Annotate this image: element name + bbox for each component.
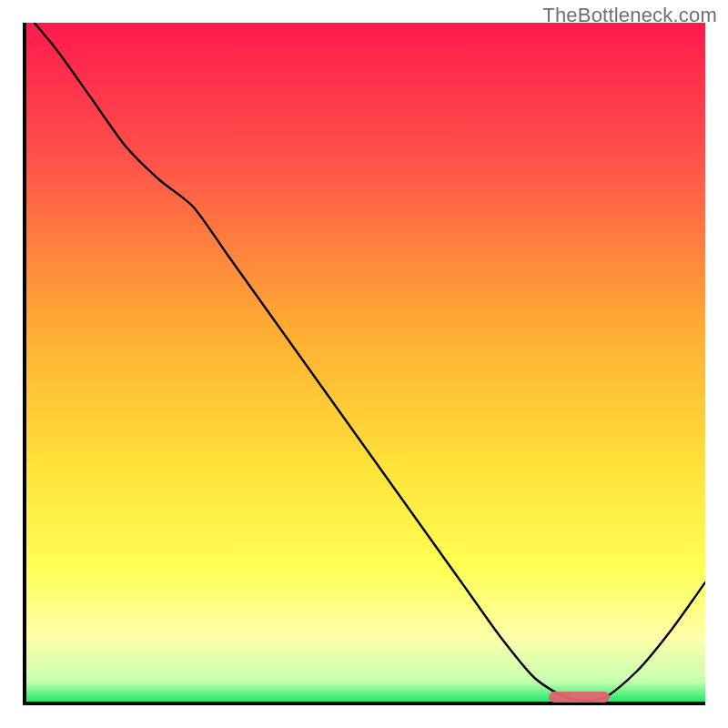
watermark-text: TheBottleneck.com xyxy=(542,4,717,27)
curve-path xyxy=(23,23,705,701)
bottleneck-curve xyxy=(23,23,705,705)
optimum-range-marker xyxy=(549,692,611,703)
bottleneck-chart xyxy=(23,23,705,705)
